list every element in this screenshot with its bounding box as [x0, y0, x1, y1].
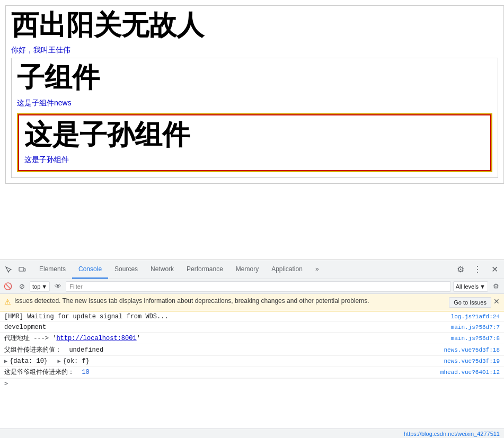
- grandchild-component: 这是子孙组件 这是子孙组件: [17, 113, 492, 172]
- console-line-left: development: [4, 324, 447, 331]
- tab-console[interactable]: Console: [72, 260, 108, 279]
- svg-rect-1: [24, 269, 25, 271]
- issues-text: Issues detected. The new Issues tab disp…: [14, 297, 445, 305]
- issues-banner: ⚠ Issues detected. The new Issues tab di…: [0, 294, 504, 311]
- console-line-left: 这是爷爷组件传进来的： 10: [4, 368, 436, 377]
- levels-dropdown-icon: ▼: [480, 283, 485, 290]
- log-source-6[interactable]: mhead.vue?6401:12: [440, 369, 500, 376]
- svg-rect-0: [19, 267, 24, 271]
- levels-label: All levels: [456, 283, 479, 290]
- grandchild-text: 这是子孙组件: [24, 155, 485, 165]
- console-text-2: {ok: f}: [63, 357, 89, 365]
- devtools-icons-left: [2, 263, 29, 276]
- filter-input[interactable]: [66, 281, 451, 292]
- status-bar: https://blog.csdn.net/weixin_4277511: [0, 428, 504, 438]
- select-element-icon[interactable]: [2, 263, 15, 276]
- console-toolbar: 🚫 ⊘ top ▼ 👁 All levels ▼ ⚙: [0, 279, 504, 294]
- console-input-line: >: [0, 378, 504, 388]
- stop-recording-button[interactable]: ⊘: [16, 281, 28, 292]
- devtools-toolbar: Elements Console Sources Network Perform…: [0, 260, 504, 279]
- go-to-issues-button[interactable]: Go to Issues: [449, 297, 491, 308]
- console-text: 父组件传进来的值： undefined: [4, 345, 103, 354]
- status-bar-url[interactable]: https://blog.csdn.net/weixin_4277511: [404, 431, 500, 437]
- tab-performance[interactable]: Performance: [180, 260, 229, 279]
- device-toolbar-icon[interactable]: [16, 263, 29, 276]
- console-line-left: ▶ {data: 10} ▶ {ok: f}: [4, 357, 439, 365]
- child-component: 子组件 这是子组件news 这是子孙组件 这是子孙组件: [11, 58, 498, 178]
- console-output: [HMR] Waiting for update signal from WDS…: [0, 311, 504, 428]
- tab-application[interactable]: Application: [265, 260, 309, 279]
- log-source-4[interactable]: news.vue?5d3f:18: [444, 347, 500, 353]
- console-prompt: >: [4, 380, 8, 387]
- child-text: 这是子组件news: [17, 99, 492, 108]
- clear-console-button[interactable]: 🚫: [2, 281, 14, 292]
- context-selector[interactable]: top ▼: [30, 281, 50, 292]
- console-line: development main.js?56d7:7: [0, 322, 504, 333]
- eye-button[interactable]: 👁: [52, 281, 64, 292]
- parent-component: 西出阳关无故人 你好，我叫王佳伟 子组件 这是子组件news 这是子孙组件 这是…: [5, 5, 504, 184]
- devtools-tabs: Elements Console Sources Network Perform…: [33, 260, 453, 279]
- close-devtools-button[interactable]: ✕: [487, 262, 502, 277]
- devtools-panel: Elements Console Sources Network Perform…: [0, 260, 504, 438]
- console-settings-button[interactable]: ⚙: [490, 281, 502, 292]
- console-text: 这是爷爷组件传进来的： 10: [4, 368, 90, 377]
- localhost-link[interactable]: http://localhost:8001: [56, 335, 136, 342]
- console-line: 代理地址 ---> 'http://localhost:8001' main.j…: [0, 333, 504, 344]
- console-line: ▶ {data: 10} ▶ {ok: f} news.vue?5d3f:19: [0, 356, 504, 367]
- console-text: {data: 10}: [10, 357, 55, 365]
- log-source-2[interactable]: main.js?56d7:7: [451, 324, 500, 330]
- tab-more[interactable]: »: [309, 260, 325, 279]
- context-label: top: [32, 283, 40, 290]
- issues-banner-close[interactable]: ✕: [493, 297, 500, 306]
- warning-icon: ⚠: [4, 298, 11, 306]
- console-line-left: [HMR] Waiting for update signal from WDS…: [4, 313, 447, 320]
- more-options-button[interactable]: ⋮: [470, 262, 485, 277]
- context-dropdown-icon: ▼: [41, 283, 47, 290]
- console-line: [HMR] Waiting for update signal from WDS…: [0, 311, 504, 322]
- console-line-left: 代理地址 ---> 'http://localhost:8001': [4, 334, 447, 343]
- console-line: 父组件传进来的值： undefined news.vue?5d3f:18: [0, 344, 504, 356]
- grandchild-title: 这是子孙组件: [24, 118, 485, 151]
- tab-sources[interactable]: Sources: [108, 260, 144, 279]
- log-source-1[interactable]: log.js?1afd:24: [451, 314, 500, 320]
- parent-subtitle: 你好，我叫王佳伟: [11, 46, 498, 55]
- log-source-5[interactable]: news.vue?5d3f:19: [444, 358, 500, 364]
- main-content: 西出阳关无故人 你好，我叫王佳伟 子组件 这是子组件news 这是子孙组件 这是…: [0, 0, 504, 260]
- expand-arrow-icon[interactable]: ▶: [4, 358, 7, 364]
- grandchild-inner: 这是子孙组件 这是子孙组件: [18, 114, 491, 171]
- console-text: 代理地址 ---> 'http://localhost:8001': [4, 334, 140, 343]
- expand-arrow-icon-2[interactable]: ▶: [57, 358, 60, 364]
- console-line-left: 父组件传进来的值： undefined: [4, 345, 439, 354]
- log-levels-selector[interactable]: All levels ▼: [453, 281, 488, 292]
- settings-button[interactable]: ⚙: [453, 262, 468, 277]
- log-source-3[interactable]: main.js?56d7:8: [451, 335, 500, 342]
- child-title: 子组件: [17, 61, 492, 94]
- console-number: 10: [82, 369, 89, 376]
- parent-title: 西出阳关无故人: [11, 8, 498, 41]
- console-line: 这是爷爷组件传进来的： 10 mhead.vue?6401:12: [0, 367, 504, 378]
- tab-memory[interactable]: Memory: [229, 260, 265, 279]
- console-text: development: [4, 324, 46, 331]
- tab-network[interactable]: Network: [144, 260, 180, 279]
- tab-elements[interactable]: Elements: [33, 260, 72, 279]
- console-text: [HMR] Waiting for update signal from WDS…: [4, 313, 169, 320]
- devtools-tabs-right: ⚙ ⋮ ✕: [453, 262, 502, 277]
